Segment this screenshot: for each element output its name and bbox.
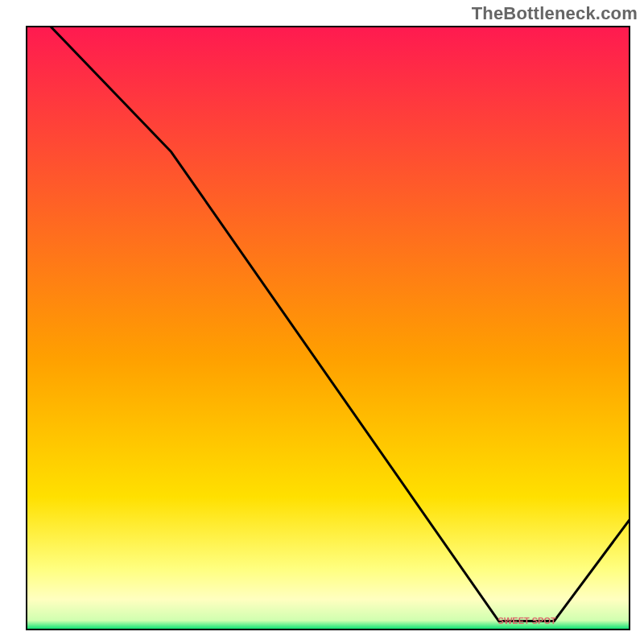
chart-svg: SWEET SPOT [0,0,644,644]
sweet-spot-label: SWEET SPOT [498,616,556,625]
chart-canvas: SWEET SPOT TheBottleneck.com [0,0,644,644]
plot-background [27,27,630,630]
watermark-text: TheBottleneck.com [472,3,638,24]
